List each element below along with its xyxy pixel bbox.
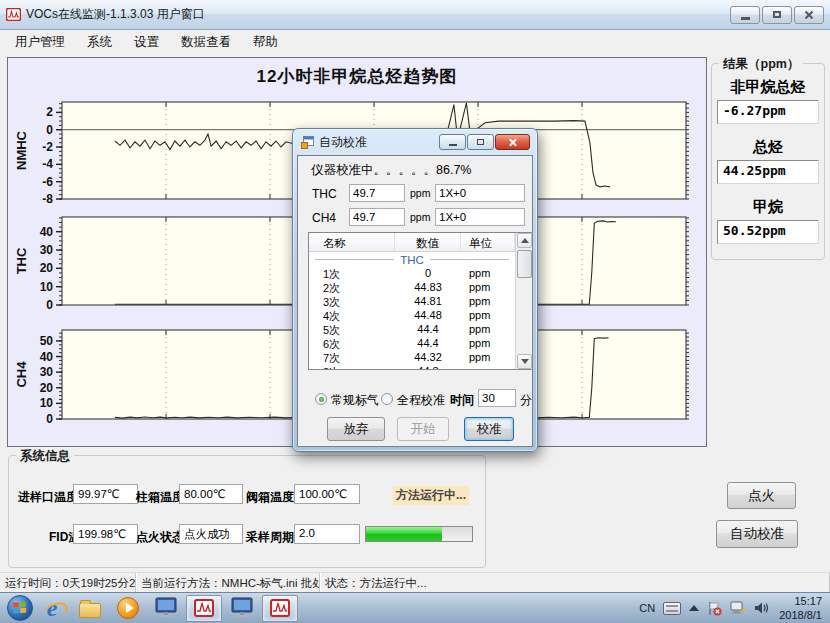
status-bar: 运行时间：0天19时25分29秒 当前运行方法：NMHC-标气.ini 批处理 … xyxy=(0,572,830,592)
svg-text:20: 20 xyxy=(40,261,54,275)
svg-text:2: 2 xyxy=(46,105,53,119)
auto-calibrate-button[interactable]: 自动校准 xyxy=(716,520,798,548)
thc-result-value: 44.25ppm xyxy=(717,160,819,184)
arrow-down-icon xyxy=(521,359,529,364)
menu-bar: 用户管理 系统 设置 数据查看 帮助 xyxy=(0,30,830,55)
status-state: 状态：方法运行中... xyxy=(320,573,830,592)
window-titlebar[interactable]: VOCs在线监测-1.1.3.03 用户窗口 xyxy=(0,0,830,30)
dialog-close-button[interactable] xyxy=(495,134,530,150)
ignite-button[interactable]: 点火 xyxy=(727,482,796,509)
taskbar-vocs-app-button[interactable] xyxy=(186,595,222,622)
svg-text:10: 10 xyxy=(40,280,54,294)
radio-full-calibration[interactable] xyxy=(381,393,393,405)
scroll-up-button[interactable] xyxy=(517,233,532,248)
speaker-icon[interactable] xyxy=(754,601,769,615)
time-unit-label: 分 xyxy=(520,392,532,409)
windows-logo-icon xyxy=(13,602,28,615)
svg-text:0: 0 xyxy=(46,123,53,137)
svg-text:40: 40 xyxy=(40,350,54,364)
inlet-temp-label: 进样口温度 xyxy=(18,489,78,506)
dialog-form-icon xyxy=(301,136,314,149)
menu-help[interactable]: 帮助 xyxy=(242,30,289,55)
network-icon[interactable]: ? xyxy=(730,601,746,615)
header-value[interactable]: 数值 xyxy=(395,233,461,251)
taskbar-ie-button[interactable]: e xyxy=(34,595,70,622)
ch4-result-label: 甲烷 xyxy=(712,198,824,217)
header-name[interactable]: 名称 xyxy=(309,233,395,251)
table-header: 名称 数值 单位 xyxy=(309,233,532,252)
menu-user-management[interactable]: 用户管理 xyxy=(4,30,76,55)
progress-fill xyxy=(366,527,442,541)
table-row[interactable]: 8次44.3ppm xyxy=(309,365,515,369)
column-temp-value: 80.00℃ xyxy=(179,484,243,504)
start-button[interactable] xyxy=(7,595,33,621)
results-title: 结果（ppm） xyxy=(719,56,803,73)
dialog-maximize-button[interactable] xyxy=(467,134,494,150)
taskbar-media-player-button[interactable] xyxy=(110,595,146,622)
svg-text:?: ? xyxy=(741,606,746,615)
menu-data-view[interactable]: 数据查看 xyxy=(170,30,242,55)
table-row[interactable]: 5次44.4ppm xyxy=(309,323,515,337)
window-controls xyxy=(730,6,824,24)
menu-system[interactable]: 系统 xyxy=(76,30,123,55)
language-indicator[interactable]: CN xyxy=(639,602,655,614)
chart-title: 12小时非甲烷总烃趋势图 xyxy=(8,65,706,88)
thc-value-input[interactable] xyxy=(349,184,405,202)
time-input[interactable] xyxy=(478,389,516,407)
dialog-minimize-button[interactable] xyxy=(439,134,466,150)
results-panel: 结果（ppm） 非甲烷总烃 -6.27ppm 总烃 44.25ppm 甲烷 50… xyxy=(711,63,825,260)
svg-text:-2: -2 xyxy=(42,140,53,154)
start-button[interactable]: 开始 xyxy=(397,417,449,441)
folder-icon xyxy=(79,603,101,618)
dialog-body: 仪器校准中。。。。。86.7% THC ppm CH4 ppm 名称 数值 单位… xyxy=(297,155,533,447)
maximize-button[interactable] xyxy=(762,6,792,24)
app-window: VOCs在线监测-1.1.3.03 用户窗口 用户管理 系统 设置 数据查看 帮… xyxy=(0,0,830,623)
ch4-range-input[interactable] xyxy=(435,208,525,226)
ignition-status-label: 点火状态 xyxy=(136,529,184,546)
table-row[interactable]: 6次44.4ppm xyxy=(309,337,515,351)
taskbar-computer-button[interactable] xyxy=(148,595,184,622)
show-hidden-icons[interactable] xyxy=(689,605,699,611)
thc-range-input[interactable] xyxy=(435,184,525,202)
table-row[interactable]: 2次44.83ppm xyxy=(309,281,515,295)
calibration-status-text: 仪器校准中。。。。。86.7% xyxy=(311,162,471,179)
table-group-header: THC xyxy=(309,252,515,267)
scrollbar-thumb[interactable] xyxy=(517,250,532,278)
system-info-panel: 系统信息 进样口温度 99.97℃ 柱箱温度 80.00℃ 阀箱温度 100.0… xyxy=(8,455,486,568)
table-scrollbar[interactable] xyxy=(515,233,532,369)
fid-temp-value: 199.98℃ xyxy=(73,524,138,544)
calibrate-button[interactable]: 校准 xyxy=(464,417,514,441)
system-info-title: 系统信息 xyxy=(16,448,74,465)
tray-time: 15:17 xyxy=(779,594,822,608)
table-row[interactable]: 3次44.81ppm xyxy=(309,295,515,309)
ch4-field-label: CH4 xyxy=(312,211,336,225)
table-row[interactable]: 4次44.48ppm xyxy=(309,309,515,323)
close-button[interactable] xyxy=(794,6,824,24)
svg-text:CH4: CH4 xyxy=(14,361,29,388)
taskbar-computer2-button[interactable] xyxy=(224,595,260,622)
abandon-button[interactable]: 放弃 xyxy=(327,417,385,441)
table-rows: THC 1次0ppm2次44.83ppm3次44.81ppm4次44.48ppm… xyxy=(309,252,515,369)
clock[interactable]: 15:17 2018/8/1 xyxy=(779,594,822,623)
taskbar-vocs-app2-button[interactable] xyxy=(262,595,298,622)
action-center-flag-icon[interactable] xyxy=(707,601,722,616)
keyboard-icon[interactable] xyxy=(663,602,681,615)
radio-standard-gas-label[interactable]: 常规标气 xyxy=(331,392,379,409)
scroll-down-button[interactable] xyxy=(517,354,532,369)
table-row[interactable]: 1次0ppm xyxy=(309,267,515,281)
thc-unit-label: ppm xyxy=(410,187,430,199)
header-unit[interactable]: 单位 xyxy=(461,233,515,251)
ch4-value-input[interactable] xyxy=(349,208,405,226)
minimize-button[interactable] xyxy=(730,6,760,24)
radio-standard-gas[interactable] xyxy=(315,393,327,405)
taskbar-explorer-button[interactable] xyxy=(72,595,108,622)
status-current-method: 当前运行方法：NMHC-标气.ini 批处理 xyxy=(136,573,320,592)
menu-settings[interactable]: 设置 xyxy=(123,30,170,55)
system-tray: CN ? 15:17 2018/8/1 xyxy=(639,594,830,623)
table-row[interactable]: 7次44.32ppm xyxy=(309,351,515,365)
radio-full-calibration-label[interactable]: 全程校准 xyxy=(397,392,445,409)
arrow-up-icon xyxy=(521,238,529,243)
window-title: VOCs在线监测-1.1.3.03 用户窗口 xyxy=(26,6,205,23)
svg-text:NMHC: NMHC xyxy=(14,130,29,170)
ch4-result-value: 50.52ppm xyxy=(717,220,819,244)
